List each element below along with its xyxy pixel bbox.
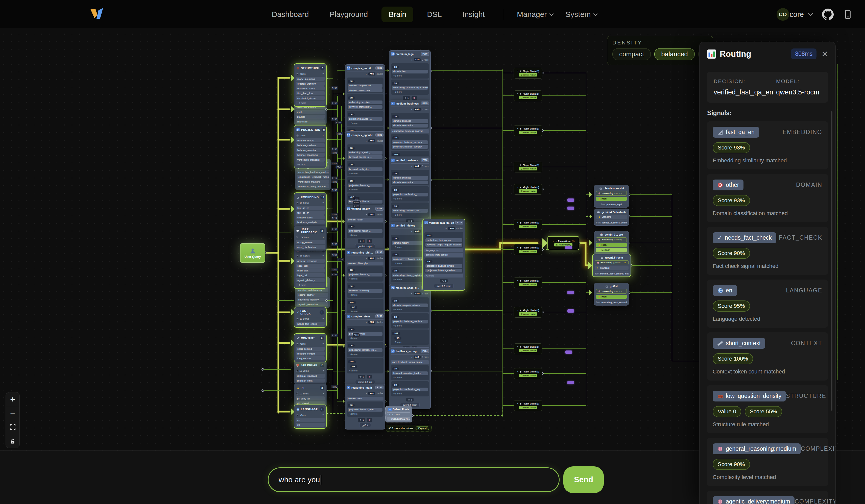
prompt-input[interactable]: who are you [268,467,560,492]
rule-item[interactable]: jailbreak_standard [296,374,325,378]
category-node-projection[interactable]: PROJECTION 10 <1ms▼balance_simplebalance… [294,125,327,168]
rule-item[interactable]: balance_reasoning [296,153,325,157]
fit-view-button[interactable] [6,420,20,434]
rule-item[interactable]: constraint_dense [296,96,325,100]
condition-group: ORembedding: complex_ste…+6 more [347,342,383,357]
plugin-chain-node[interactable]: ▼ Plugin Chain (1) router replay [514,400,542,411]
rule-item[interactable]: balance_simple [296,138,325,142]
panel-scrollbar[interactable] [831,112,832,411]
expand-button[interactable]: Expand [416,426,429,430]
more-items[interactable]: +3 more [296,101,325,105]
rule-item[interactable]: general_reasoning [296,259,325,263]
condition-group: ORkeyword: correction_feedba…+1 more [391,365,429,380]
plugin-chain-node[interactable]: ▼ Plugin Chain (1) router replay [514,244,542,255]
decision-node-complex_agentic[interactable]: complex_agentic P243 ▼AND 4 rulesORembed… [345,131,385,218]
rule-item[interactable]: math_task [296,268,325,272]
rule-item[interactable]: zh [296,423,325,427]
rule-item[interactable]: first_then_flow [296,91,325,95]
account-switcher[interactable]: CO core [776,8,814,21]
model-node-gemini-2.5-flash-lite[interactable]: gemini-2.5-flash-liteStandardfrom: verif… [594,209,629,226]
target-model: qwen3.5-rocm [434,284,453,288]
rule-item[interactable]: wrong_answer [296,240,325,244]
category-node-jailbreak[interactable]: JAILBREAK 2 10-50ms▼jailbreak_standardja… [294,361,327,384]
category-node-pii[interactable]: PII 2 10-50ms▼pii_deny_allpii_relaxed [294,383,327,407]
category-node-structure[interactable]: STRUCTURE 8 <1ms▼many_questionsordered_w… [294,63,327,107]
nav-item-dsl[interactable]: DSL [420,7,449,22]
github-icon[interactable] [822,9,834,20]
category-node-user-feedback[interactable]: USER FEEDBACK 2 10-50ms▼wrong_answerneed… [294,225,327,251]
nav-item-dashboard[interactable]: Dashboard [265,7,316,22]
more-items[interactable]: +5 more [296,162,325,166]
category-node-language[interactable]: LANGUAGE 2 <1ms▼enzh [294,405,327,429]
plugin-chain-node[interactable]: ▼ Plugin Chain (1) router replay [514,277,542,288]
plugin-chain-node[interactable]: ▼ Plugin Chain (1) router replay [514,343,542,354]
decision-node-medium_code_general[interactable]: medium_code_general P220 ▼AND 3 rulesORd… [389,284,431,358]
decision-node-verified_health[interactable]: verified_health P245 ▼AND 3 rulesdomain:… [345,205,385,251]
nav-item-insight[interactable]: Insight [455,7,492,22]
rule-item[interactable]: medium_context [296,351,325,355]
mobile-device-icon[interactable] [842,9,853,20]
replay-icon [556,244,558,246]
plugin-chain-node[interactable]: ▼ Plugin Chain (1) router replay [514,307,542,318]
density-option-balanced[interactable]: balanced [654,48,695,60]
model-node-claude-opus-4.6[interactable]: claude-opus-4.6Reasoning(qwen3)Highfrom:… [594,185,629,208]
user-query-node[interactable]: User Query [240,243,265,263]
rule-item[interactable]: ordered_workflow [296,82,325,85]
rule-item[interactable]: many_questions [296,77,325,81]
rule-item[interactable]: numbered_steps [296,86,325,90]
rule-item[interactable]: creative_tasks [296,215,325,220]
category-node-context[interactable]: CONTEXT 3 <1ms▼short_contextmedium_conte… [294,333,327,362]
decision-node-verified_fast_qa_en[interactable]: verified_fast_qa_en P176 ▼AND 6 rulesORe… [423,219,465,291]
rule-item[interactable]: short_context [296,347,325,351]
rule-item[interactable]: fast_qa_en [296,206,325,210]
zoom-in-button[interactable]: + [6,392,20,406]
rule-item[interactable]: business_analysis [296,220,325,224]
rule-item[interactable]: jailbreak_strict [296,378,325,383]
decision-node-premium_legal[interactable]: premium_legal P260 ▼AND 2 rulesORdomain:… [389,50,431,108]
robot-icon [605,284,609,288]
plugin-chain-node[interactable]: ▼ Plugin Chain (1) router replay [514,125,542,136]
model-value: qwen3.5-rocm [776,89,821,96]
rule-item[interactable]: needs_fact_check [296,322,325,326]
plugin-chain-node[interactable]: ▼ Plugin Chain (1) router replay [514,68,542,79]
model-node-gpt5.4[interactable]: gpt5.4Reasoning(qwen3)Highfrom: reasonin… [594,283,629,306]
model-node-qwen3.5-rocm[interactable]: qwen3.5-rocmReasoning(qwen3)Standardfrom… [592,254,631,277]
more-items[interactable]: +1 more [296,283,325,287]
rule-item[interactable]: balance_medium [296,143,325,147]
default-route-node[interactable]: Default Route FALLBACK → qwen/qwen3.5-ro… [385,406,412,422]
density-option-compact[interactable]: compact [612,48,651,60]
rule-item[interactable]: need_clarification [296,245,325,249]
plugin-chain-node[interactable]: ▼ Plugin Chain (1) router replay [514,368,542,379]
rule-item[interactable]: fast_qa_zh [296,211,325,215]
send-button[interactable]: Send [563,466,604,493]
zoom-out-button[interactable]: − [6,406,20,420]
rule-item[interactable]: long_context [296,356,325,360]
app: STRUCTURE 8 <1ms▼many_questionsordered_w… [0,0,865,504]
edge-badge [567,198,574,202]
rule-item[interactable]: en [296,418,325,422]
nav-item-brain[interactable]: Brain [381,7,413,22]
category-node-complexity[interactable]: COMPLEXITY 6 50-100ms▼general_reasoningc… [294,245,327,289]
rule-item[interactable]: pii_deny_all [296,396,325,400]
category-count: 2 [320,363,324,367]
plugin-chain-node[interactable]: ▼ Plugin Chain (1) router replay [547,236,579,250]
plugin-chain-node[interactable]: ▼ Plugin Chain (1) router replay [514,219,542,230]
decision-node-reasoning_math[interactable]: reasoning_math P236 ▼AND 2 rulesdomain: … [345,384,385,430]
rule-item[interactable]: verification_standard [296,157,325,162]
unlock-button[interactable] [6,434,20,448]
plugin-chain-node[interactable]: ▼ Plugin Chain (1) router replay [514,90,542,101]
plugin-chain-node[interactable]: ▼ Plugin Chain (1) router replay [514,184,542,195]
nav-menu-system[interactable]: System [563,7,600,22]
nav-item-playground[interactable]: Playground [322,7,375,22]
rule-count: 2 rules [377,392,383,395]
rule-item[interactable]: code_task [296,263,325,268]
decision-node-feedback_wrong_answer_verified[interactable]: feedback_wrong_answer_verified P214 ▼AND… [389,348,431,409]
nav-menu-manager[interactable]: Manager [514,7,556,22]
rule-item[interactable]: agentic_delivery [296,278,325,282]
rule-item[interactable]: balance_complex [296,148,325,152]
plugin-chain-node[interactable]: ▼ Plugin Chain (1) router replay [514,162,542,173]
close-icon[interactable]: × [821,50,828,58]
rule-item[interactable]: legal_risk [296,273,325,277]
decision-node-complex_stem[interactable]: complex_stem P250 ▼AND 3 rulesORdomain: … [345,313,385,386]
category-node-fact-check[interactable]: ✓ FACT CHECK 1 10-50ms▼needs_fact_check [294,307,327,328]
